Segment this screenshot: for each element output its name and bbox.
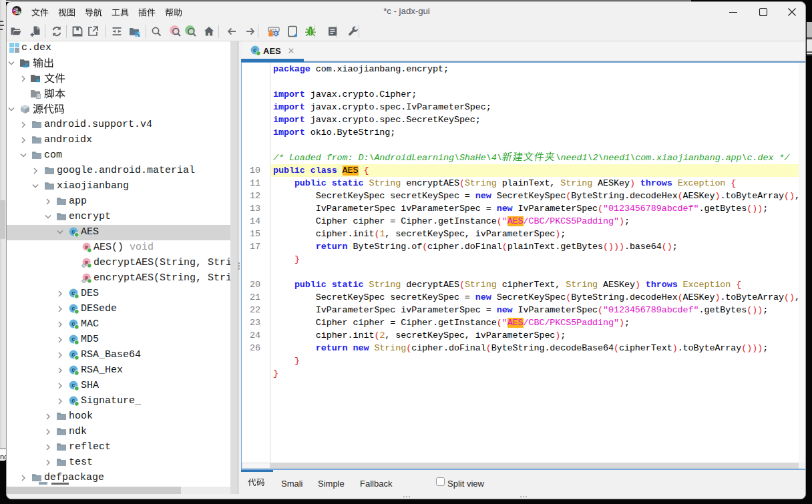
- svg-text:DX: DX: [16, 11, 21, 15]
